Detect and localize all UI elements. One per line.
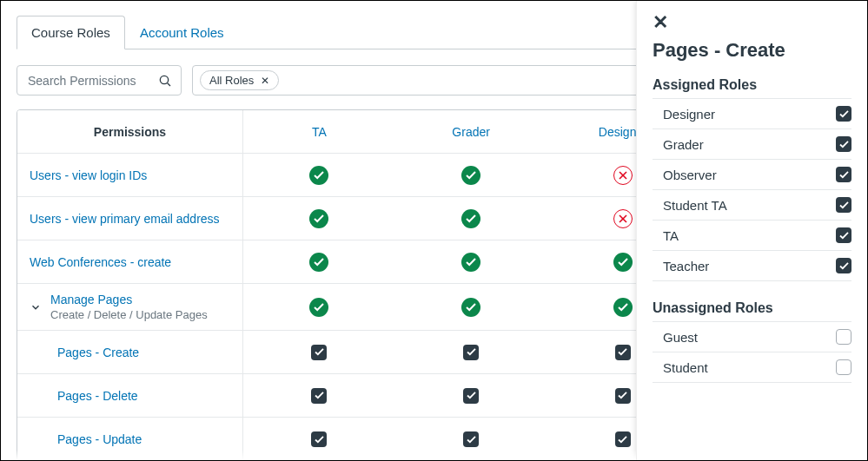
checkbox-checked-icon: [615, 345, 631, 360]
col-ta-header[interactable]: TA: [243, 110, 395, 153]
panel-title: Pages - Create: [653, 39, 851, 62]
svg-point-0: [160, 76, 168, 83]
enabled-icon: [613, 298, 633, 317]
enabled-icon: [309, 253, 328, 272]
cell-r1-ta[interactable]: [243, 197, 395, 240]
unassigned-roles-heading: Unassigned Roles: [653, 300, 851, 316]
svg-line-1: [168, 82, 170, 85]
assigned-role-item: Teacher: [653, 251, 851, 281]
checkbox-checked-icon: [311, 345, 327, 360]
chip-all-roles[interactable]: All Roles ✕: [200, 70, 279, 90]
enabled-icon: [309, 298, 328, 317]
checkbox-checked-icon: [615, 431, 631, 447]
enabled-icon: [309, 209, 328, 228]
chevron-down-icon: [30, 301, 42, 313]
enabled-icon: [461, 166, 480, 185]
cell-r2-ta[interactable]: [243, 240, 395, 283]
perm-users-view-primary-email[interactable]: Users - view primary email address: [30, 212, 220, 226]
col-permissions-header: Permissions: [17, 110, 243, 153]
cell-r0-ta[interactable]: [243, 154, 395, 196]
checkbox-checked-icon[interactable]: [836, 106, 851, 122]
perm-pages-update[interactable]: Pages - Update: [57, 432, 142, 446]
enabled-icon: [309, 166, 328, 185]
disabled-icon: [613, 166, 633, 185]
checkbox-checked-icon[interactable]: [836, 227, 851, 243]
checkbox-checked-icon: [463, 345, 479, 360]
assigned-role-item: Designer: [653, 99, 851, 129]
chip-label: All Roles: [209, 74, 254, 87]
perm-web-conferences-create[interactable]: Web Conferences - create: [30, 255, 171, 269]
enabled-icon: [461, 209, 480, 228]
unassigned-roles-list: Guest Student: [653, 321, 851, 383]
perm-pages-delete[interactable]: Pages - Delete: [57, 389, 138, 403]
cell-r5-grader[interactable]: [395, 374, 547, 417]
checkbox-checked-icon[interactable]: [836, 258, 851, 273]
cell-r2-grader[interactable]: [395, 240, 547, 283]
perm-manage-pages-toggle[interactable]: Manage Pages Create / Delete / Update Pa…: [30, 293, 208, 321]
search-input[interactable]: [26, 73, 148, 89]
checkbox-checked-icon[interactable]: [836, 136, 851, 152]
assigned-roles-heading: Assigned Roles: [653, 77, 851, 93]
assigned-role-item: Student TA: [653, 190, 851, 221]
cell-r3-grader[interactable]: [395, 284, 547, 330]
checkbox-checked-icon: [615, 388, 631, 404]
enabled-icon: [461, 298, 480, 317]
perm-manage-pages-title: Manage Pages: [50, 293, 208, 306]
checkbox-checked-icon: [311, 431, 327, 447]
col-grader-header[interactable]: Grader: [395, 110, 547, 153]
cell-r3-ta[interactable]: [243, 284, 395, 330]
side-panel: ✕ Pages - Create Assigned Roles Designer…: [636, 1, 867, 460]
checkbox-checked-icon[interactable]: [836, 167, 851, 182]
cell-r5-ta[interactable]: [243, 374, 395, 417]
enabled-icon: [613, 253, 633, 272]
search-box[interactable]: [17, 65, 182, 95]
disabled-icon: [613, 209, 633, 228]
tab-course-roles[interactable]: Course Roles: [17, 16, 125, 49]
cell-r1-grader[interactable]: [395, 197, 547, 240]
assigned-role-item: TA: [653, 221, 851, 251]
checkbox-empty-icon[interactable]: [836, 359, 851, 375]
chip-remove-icon[interactable]: ✕: [261, 75, 269, 87]
checkbox-checked-icon: [311, 388, 327, 404]
tab-account-roles[interactable]: Account Roles: [125, 16, 239, 49]
unassigned-role-item: Student: [653, 352, 851, 383]
cell-r4-ta[interactable]: [243, 331, 395, 373]
unassigned-role-item: Guest: [653, 322, 851, 352]
checkbox-checked-icon[interactable]: [836, 197, 851, 213]
assigned-roles-list: Designer Grader Observer Student TA TA T…: [653, 98, 851, 281]
cell-r4-grader[interactable]: [395, 331, 547, 373]
checkbox-checked-icon: [463, 431, 479, 447]
perm-users-view-login-ids[interactable]: Users - view login IDs: [30, 168, 147, 182]
assigned-role-item: Observer: [653, 160, 851, 190]
close-panel-button[interactable]: ✕: [653, 11, 668, 34]
cell-r0-grader[interactable]: [395, 154, 547, 196]
checkbox-empty-icon[interactable]: [836, 329, 851, 345]
checkbox-checked-icon: [463, 388, 479, 404]
assigned-role-item: Grader: [653, 129, 851, 160]
perm-pages-create[interactable]: Pages - Create: [57, 346, 139, 359]
search-icon: [158, 74, 172, 88]
enabled-icon: [461, 253, 480, 272]
perm-manage-pages-desc: Create / Delete / Update Pages: [50, 308, 208, 321]
